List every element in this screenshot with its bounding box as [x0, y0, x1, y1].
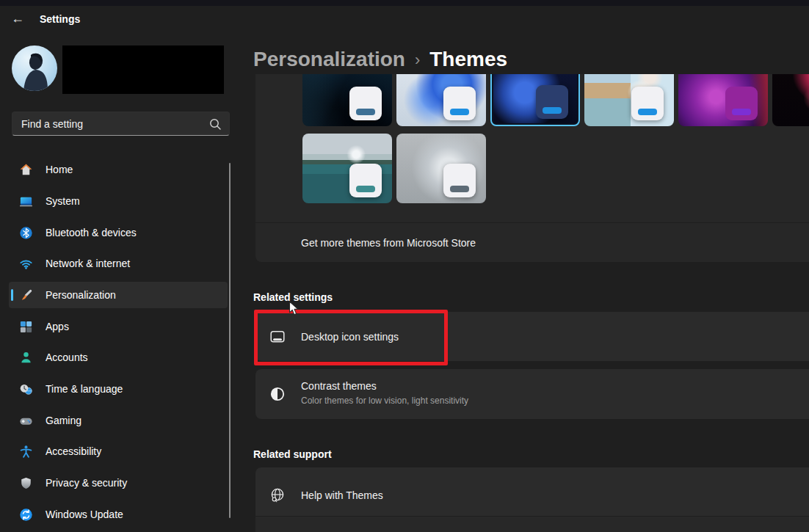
- sync-icon: [19, 508, 33, 522]
- sidebar-item-system[interactable]: System: [9, 188, 228, 214]
- sidebar-item-windows-update[interactable]: Windows Update: [9, 501, 228, 528]
- chevron-right-icon: ›: [415, 49, 420, 70]
- theme-thumbnail-dark-night[interactable]: [302, 74, 392, 126]
- related-support-heading: Related support: [253, 448, 332, 460]
- sidebar-item-accessibility[interactable]: Accessibility: [9, 438, 228, 464]
- page-title: Themes: [429, 48, 507, 71]
- clipped-next-row: [255, 517, 809, 532]
- gamepad-icon: [19, 414, 33, 428]
- help-with-themes-row[interactable]: Help with Themes: [255, 467, 809, 532]
- theme-window-preview: [443, 164, 476, 197]
- selected-indicator: [11, 289, 13, 301]
- sidebar-item-label: Network & internet: [46, 258, 130, 269]
- contrast-themes-description: Color themes for low vision, light sensi…: [301, 396, 468, 406]
- contrast-icon: [269, 385, 286, 403]
- sidebar-item-label: Gaming: [46, 415, 81, 426]
- system-icon: [19, 194, 33, 208]
- sidebar-item-label: Accounts: [46, 351, 88, 363]
- help-with-themes-label: Help with Themes: [301, 489, 383, 501]
- theme-window-preview: [443, 87, 476, 120]
- sidebar-item-label: Privacy & security: [46, 477, 127, 489]
- accessibility-icon: [19, 445, 33, 459]
- theme-thumbnail-silver-bloom[interactable]: [396, 134, 486, 203]
- sidebar-item-label: Windows Update: [46, 509, 123, 520]
- sidebar-item-privacy-security[interactable]: Privacy & security: [9, 470, 228, 496]
- search-box[interactable]: [12, 112, 230, 136]
- breadcrumb: Personalization › Themes: [253, 45, 507, 73]
- search-icon: [208, 117, 222, 134]
- wifi-icon: [19, 257, 33, 271]
- related-settings-heading: Related settings: [253, 291, 333, 303]
- theme-window-preview: [536, 85, 568, 119]
- desktop-icon-settings-row[interactable]: Desktop icon settings: [255, 312, 809, 361]
- desktop-monitor-icon: [269, 328, 286, 346]
- sidebar-item-label: System: [46, 195, 80, 207]
- home-icon: [19, 163, 33, 177]
- theme-thumbnail-mountain-lake[interactable]: [302, 134, 392, 203]
- sidebar-item-label: Apps: [46, 321, 69, 332]
- back-button[interactable]: ←: [9, 10, 26, 27]
- sidebar-item-time-language[interactable]: Time & language: [9, 376, 228, 402]
- window-top-strip: [0, 0, 809, 6]
- sidebar-item-label: Time & language: [46, 383, 123, 395]
- apps-icon: [19, 320, 33, 334]
- theme-window-preview: [349, 87, 382, 120]
- theme-thumbnail-beach-blossom[interactable]: [584, 74, 674, 126]
- globe-help-icon: [269, 487, 286, 504]
- user-avatar[interactable]: [12, 45, 57, 91]
- theme-thumbnail-purple-glow[interactable]: [678, 74, 768, 126]
- sidebar-item-apps[interactable]: Apps: [9, 313, 228, 340]
- theme-thumbnail-dark-bloom-selected[interactable]: [490, 74, 580, 126]
- contrast-themes-row[interactable]: Contrast themes Color themes for low vis…: [255, 369, 809, 419]
- sidebar-item-home[interactable]: Home: [9, 156, 228, 183]
- sidebar-item-network-internet[interactable]: Network & internet: [9, 250, 228, 277]
- get-more-themes-link[interactable]: Get more themes from Microsoft Store: [255, 223, 809, 262]
- person-icon: [19, 351, 33, 365]
- paintbrush-icon: [19, 288, 33, 302]
- sidebar-item-personalization[interactable]: Personalization: [9, 282, 228, 308]
- sidebar-item-label: Accessibility: [46, 445, 101, 457]
- desktop-icon-settings-label: Desktop icon settings: [301, 331, 399, 343]
- user-name-redacted: [62, 45, 224, 94]
- sidebar-item-accounts[interactable]: Accounts: [9, 344, 228, 371]
- sidebar-item-gaming[interactable]: Gaming: [9, 407, 228, 434]
- clock-globe-icon: [19, 382, 33, 396]
- sidebar-item-bluetooth-devices[interactable]: Bluetooth & devices: [9, 219, 228, 246]
- contrast-themes-label: Contrast themes: [301, 380, 377, 392]
- sidebar-item-label: Personalization: [46, 289, 116, 301]
- themes-card: Get more themes from Microsoft Store: [255, 74, 809, 262]
- search-input[interactable]: [21, 112, 205, 135]
- sidebar-item-label: Bluetooth & devices: [46, 227, 137, 238]
- avatar-silhouette: [12, 45, 57, 91]
- theme-window-preview: [631, 87, 664, 120]
- theme-thumbnail-dark-petals[interactable]: [772, 74, 809, 126]
- theme-window-preview: [725, 87, 758, 120]
- app-title: Settings: [40, 13, 80, 25]
- bluetooth-icon: [19, 226, 33, 240]
- theme-window-preview: [349, 164, 382, 197]
- theme-thumbnail-light-bloom[interactable]: [396, 74, 486, 126]
- breadcrumb-parent[interactable]: Personalization: [253, 48, 405, 71]
- get-more-themes-label: Get more themes from Microsoft Store: [301, 237, 476, 249]
- sidebar-item-label: Home: [46, 164, 73, 175]
- shield-icon: [19, 476, 33, 490]
- sidebar-scrollbar[interactable]: [229, 163, 231, 518]
